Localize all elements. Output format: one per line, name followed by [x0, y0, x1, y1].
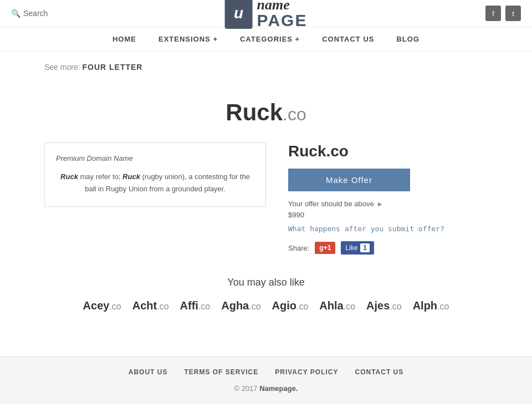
list-item[interactable]: Ahla.co: [319, 299, 355, 312]
domain-tld-display: .co: [283, 104, 306, 124]
facebook-icon[interactable]: f: [485, 6, 501, 21]
card-name-6: Ajes: [366, 299, 390, 312]
twitter-icon[interactable]: t: [505, 6, 521, 21]
domain-title-area: Ruck.co: [44, 99, 488, 126]
google-plus-button[interactable]: g+1: [315, 242, 335, 254]
card-name-3: Agha: [221, 299, 249, 312]
footer-privacy[interactable]: PRIVACY POLICY: [275, 368, 338, 376]
premium-box-title: Premium Domain Name: [56, 154, 254, 162]
card-tld-6: .co: [390, 302, 401, 311]
logo-icon: u: [234, 4, 243, 22]
footer-copyright: © 2017 Namepage.: [11, 384, 521, 393]
card-tld-7: .co: [437, 302, 449, 311]
search-label: Search: [23, 9, 48, 18]
domain-cards: Acey.co Acht.co Affi.co Agha.co Agio.co …: [44, 299, 488, 312]
list-item[interactable]: Alph.co: [413, 299, 449, 312]
footer-contact[interactable]: CONTACT US: [355, 368, 403, 376]
logo-words: name PAGE: [257, 0, 308, 29]
premium-box: Premium Domain Name Ruck may refer to; R…: [44, 143, 266, 207]
card-name-4: Agio: [272, 299, 296, 312]
main-content: Ruck.co Premium Domain Name Ruck may ref…: [0, 83, 532, 357]
list-item[interactable]: Acht.co: [132, 299, 169, 312]
card-name-7: Alph: [413, 299, 437, 312]
domain-full-display: Ruck.co: [288, 143, 488, 160]
share-label: Share:: [288, 244, 309, 252]
nav-contact[interactable]: CONTACT US: [322, 35, 374, 43]
logo-box: u: [225, 0, 253, 29]
footer-terms[interactable]: TERMS OF SERVICE: [184, 368, 258, 376]
card-tld-4: .co: [296, 302, 308, 311]
search-icon: 🔍: [11, 9, 21, 18]
card-tld-3: .co: [249, 302, 260, 311]
footer-about[interactable]: ABOUT US: [129, 368, 168, 376]
card-tld-0: .co: [109, 302, 121, 311]
footer-brand: Namepage.: [259, 384, 298, 393]
facebook-like-button[interactable]: Like 1: [341, 241, 374, 255]
logo-name: name: [257, 0, 308, 12]
facebook-count: 1: [360, 243, 370, 252]
list-item[interactable]: Affi.co: [180, 299, 211, 312]
domain-name-display: Ruck: [226, 99, 283, 125]
card-name-2: Affi: [180, 299, 198, 312]
copyright-year: © 2017: [234, 384, 257, 393]
list-item[interactable]: Agio.co: [272, 299, 309, 312]
offer-info: Your offer should be above ►: [288, 200, 488, 208]
breadcrumb: See more: FOUR LETTER: [0, 52, 532, 83]
breadcrumb-prefix: See more:: [44, 63, 80, 72]
card-tld-1: .co: [157, 302, 168, 311]
facebook-like-label: Like: [345, 244, 357, 252]
card-tld-2: .co: [198, 302, 210, 311]
card-name-5: Ahla: [319, 299, 343, 312]
share-row: Share: g+1 Like 1: [288, 241, 488, 255]
what-happens-link[interactable]: What happens after you submit offer?: [288, 225, 488, 233]
premium-text-domain: Ruck: [122, 172, 140, 181]
logo-page: PAGE: [257, 12, 308, 29]
domain-display-title: Ruck.co: [226, 99, 306, 125]
also-like-heading: You may also like: [44, 277, 488, 288]
list-item[interactable]: Ajes.co: [366, 299, 402, 312]
main-nav: HOME EXTENSIONS + CATEGORIES + CONTACT U…: [0, 27, 532, 52]
list-item[interactable]: Agha.co: [221, 299, 260, 312]
footer: ABOUT US TERMS OF SERVICE PRIVACY POLICY…: [0, 357, 532, 404]
premium-text-before: Ruck: [60, 172, 78, 181]
premium-box-text: Ruck may refer to; Ruck (rugby union), a…: [56, 171, 254, 195]
header: 🔍 Search u name PAGE f t: [0, 0, 532, 27]
card-tld-5: .co: [344, 302, 355, 311]
offer-info-label: Your offer should be above: [288, 200, 374, 208]
social-links: f t: [485, 6, 521, 21]
list-item[interactable]: Acey.co: [83, 299, 121, 312]
nav-blog[interactable]: BLOG: [396, 35, 420, 43]
nav-home[interactable]: HOME: [112, 35, 136, 43]
premium-text-middle: may refer to;: [78, 172, 122, 181]
search-button[interactable]: 🔍 Search: [11, 9, 48, 18]
offer-arrow-icon: ►: [377, 200, 383, 208]
content-grid: Premium Domain Name Ruck may refer to; R…: [44, 143, 488, 255]
card-name-0: Acey: [83, 299, 110, 312]
make-offer-button[interactable]: Make Offer: [288, 169, 410, 191]
footer-links: ABOUT US TERMS OF SERVICE PRIVACY POLICY…: [11, 368, 521, 376]
card-name-1: Acht: [132, 299, 157, 312]
nav-categories[interactable]: CATEGORIES +: [240, 35, 300, 43]
logo[interactable]: u name PAGE: [225, 0, 308, 29]
right-side: Ruck.co Make Offer Your offer should be …: [288, 143, 488, 255]
offer-amount: $990: [288, 211, 488, 219]
nav-extensions[interactable]: EXTENSIONS +: [158, 35, 218, 43]
breadcrumb-links[interactable]: FOUR LETTER: [82, 63, 142, 72]
